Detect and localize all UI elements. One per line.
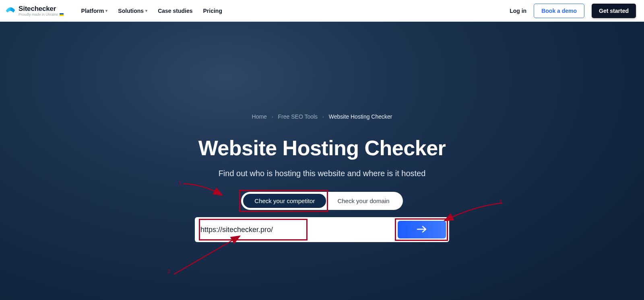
- page-subtitle: Find out who is hosting this website and…: [219, 169, 426, 178]
- nav-platform[interactable]: Platform ▾: [81, 8, 108, 14]
- main-nav: Platform ▾ Solutions ▾ Case studies Pric…: [81, 8, 222, 14]
- nav-solutions[interactable]: Solutions ▾: [118, 8, 147, 14]
- breadcrumb-current: Website Hosting Checker: [329, 113, 392, 120]
- breadcrumb-tools[interactable]: Free SEO Tools: [278, 113, 318, 120]
- brand-subtext: Proudly made in Ukraine: [19, 13, 64, 16]
- annotation-label-2: 2: [167, 269, 170, 274]
- annotation-arrow-1: [181, 178, 229, 202]
- page-title: Website Hosting Checker: [198, 136, 446, 160]
- hero-section: Home › Free SEO Tools › Website Hosting …: [0, 22, 644, 300]
- ukraine-flag-icon: [60, 13, 64, 16]
- nav-pricing[interactable]: Pricing: [203, 8, 222, 14]
- brand-name: Sitechecker: [19, 5, 64, 12]
- segment-domain[interactable]: Check your domain: [326, 194, 400, 208]
- logo-mark-icon: [5, 5, 16, 16]
- header-actions: Log in Book a demo Get started: [510, 4, 636, 18]
- chevron-right-icon: ›: [272, 114, 273, 119]
- submit-button[interactable]: [398, 221, 446, 238]
- chevron-down-icon: ▾: [105, 8, 107, 13]
- mode-toggle-wrap: Check your competitor Check your domain: [241, 192, 402, 210]
- arrow-right-icon: [417, 226, 427, 234]
- breadcrumb: Home › Free SEO Tools › Website Hosting …: [252, 113, 392, 120]
- book-demo-button[interactable]: Book a demo: [534, 4, 584, 18]
- url-form: [195, 217, 449, 242]
- annotation-label-1: 1: [179, 180, 182, 186]
- get-started-button[interactable]: Get started: [592, 4, 636, 18]
- mode-toggle: Check your competitor Check your domain: [241, 192, 402, 210]
- annotation-arrow-3: [442, 202, 506, 226]
- segment-competitor[interactable]: Check your competitor: [243, 194, 326, 208]
- breadcrumb-home[interactable]: Home: [252, 113, 267, 120]
- brand-logo[interactable]: Sitechecker Proudly made in Ukraine: [5, 5, 64, 16]
- login-link[interactable]: Log in: [510, 8, 526, 14]
- chevron-right-icon: ›: [322, 114, 324, 119]
- site-header: Sitechecker Proudly made in Ukraine Plat…: [0, 0, 644, 22]
- chevron-down-icon: ▾: [145, 8, 147, 13]
- annotation-label-3: 3: [499, 199, 502, 204]
- nav-case-studies[interactable]: Case studies: [158, 8, 192, 14]
- url-input[interactable]: [200, 220, 394, 239]
